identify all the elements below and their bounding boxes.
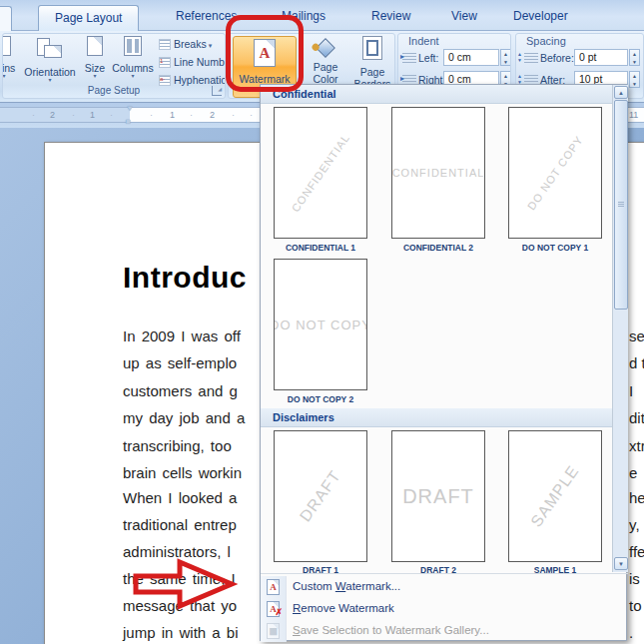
doc-line-fragment: to — [629, 597, 642, 614]
annotation-highlight-box — [226, 15, 304, 92]
doc-line-fragment: xtr — [629, 437, 644, 454]
indent-header: Indent — [408, 35, 439, 47]
margins-button[interactable]: rgins — [2, 36, 19, 84]
ruler-mark: 2 — [50, 110, 55, 120]
thumb-watermark-text: CONFIDENTIAL — [391, 108, 485, 238]
save-selection-icon: ▦ — [267, 623, 280, 639]
doc-line-fragment: d t — [629, 354, 644, 371]
indent-left-spinner[interactable]: ▲▼ — [500, 49, 511, 66]
gallery-scrollbar[interactable]: ▲ ▼ — [612, 85, 628, 572]
doc-line: When I looked a — [123, 489, 237, 506]
page-setup-dialog-launcher-icon[interactable] — [212, 86, 222, 96]
group-page-setup: rgins Orientation Size Columns Breaks 1L… — [2, 33, 226, 99]
watermark-thumb-draft-1[interactable]: DRAFT — [274, 430, 367, 562]
ruler-mark-right: 11 — [629, 110, 638, 120]
doc-line-fragment: y, — [629, 516, 640, 533]
doc-line-fragment: I — [629, 382, 633, 399]
line-numbers-button[interactable]: 1Line Numbers — [159, 56, 226, 71]
scroll-up-icon[interactable]: ▲ — [614, 86, 628, 99]
menu-item-remove-watermark[interactable]: A✗ Remove Watermark — [261, 598, 628, 620]
page-color-label-1: Page — [303, 61, 348, 73]
menu-item-custom-watermark[interactable]: A Custom Watermark... — [261, 576, 628, 598]
doc-line: customers and g — [123, 382, 238, 399]
thumb-watermark-text: DO NOT COPY — [274, 260, 367, 389]
ribbon-tab-bar: Page Layout References Mailings Review V… — [0, 0, 644, 31]
doc-line: In 2009 I was off — [123, 327, 241, 344]
columns-button[interactable]: Columns — [109, 36, 157, 84]
thumb-watermark-text: DRAFT — [391, 431, 485, 561]
scrollbar-thumb[interactable] — [614, 100, 628, 310]
orientation-button[interactable]: Orientation — [21, 36, 79, 84]
thumb-watermark-text: DO NOT COPY — [508, 107, 602, 239]
thumb-label: CONFIDENTIAL 1 — [274, 243, 367, 253]
gallery-section-disclaimers: Disclaimers — [261, 408, 612, 427]
thumb-watermark-text: DRAFT — [274, 430, 367, 562]
doc-line: jump in with a bi — [123, 624, 239, 641]
ruler-mark: 1 — [90, 110, 95, 120]
menu-separator — [261, 573, 628, 574]
watermark-thumb-confidential-2[interactable]: CONFIDENTIAL — [391, 107, 485, 239]
page-borders-label-1: Page — [348, 66, 395, 78]
tab-review[interactable]: Review — [371, 9, 410, 23]
indent-left-icon — [402, 53, 416, 63]
doc-line-fragment: ffe — [629, 543, 644, 560]
doc-line: transcribing, too — [123, 437, 232, 454]
gallery-section-confidential: Confidential — [261, 85, 612, 104]
thumb-watermark-text: SAMPLE — [508, 430, 602, 562]
indent-marker-icon[interactable] — [126, 107, 135, 124]
doc-line-fragment: e — [629, 464, 637, 481]
tab-view[interactable]: View — [451, 9, 477, 23]
size-button[interactable]: Size — [79, 36, 111, 84]
watermark-gallery-dropdown: Confidential CONFIDENTIAL CONFIDENTIAL D… — [260, 84, 627, 641]
tab-page-layout[interactable]: Page Layout — [38, 5, 139, 31]
page-setup-group-label: Page Setup — [3, 85, 225, 97]
breaks-icon — [159, 39, 171, 50]
spacing-header: Spacing — [526, 35, 566, 47]
tab-developer[interactable]: Developer — [513, 9, 568, 23]
orientation-label: Orientation — [21, 66, 79, 83]
doc-line-fragment: se — [629, 327, 644, 344]
columns-icon — [124, 36, 142, 56]
doc-line: up as self-emplo — [123, 354, 237, 371]
breaks-label: Breaks — [174, 38, 207, 50]
spacing-before-input[interactable]: 0 pt — [574, 49, 628, 66]
indent-left-input[interactable]: 0 cm — [443, 49, 499, 66]
orientation-icon — [35, 36, 65, 60]
watermark-thumb-do-not-copy-2[interactable]: DO NOT COPY — [274, 259, 367, 390]
page-borders-icon — [362, 36, 382, 60]
doc-line-fragment: dit — [629, 409, 644, 426]
annotation-arrow-icon — [110, 554, 240, 614]
margins-label: rgins — [2, 62, 19, 79]
line-numbers-label: Line Numbers — [174, 56, 226, 68]
thumb-label: DO NOT COPY 2 — [274, 394, 367, 404]
doc-line: my day job and a — [123, 409, 245, 426]
doc-line-fragment: he — [629, 489, 644, 506]
spacing-before-spinner[interactable]: ▲▼ — [629, 49, 640, 66]
scroll-down-icon[interactable]: ▼ — [614, 557, 628, 570]
indent-left-label: Left: — [418, 52, 438, 64]
doc-line: brain cells workin — [123, 464, 242, 481]
menu-item-save-selection: ▦ Save Selection to Watermark Gallery... — [261, 620, 628, 642]
doc-line: traditional entrep — [123, 516, 237, 533]
previous-tab-stub[interactable] — [0, 6, 12, 31]
remove-watermark-icon: A✗ — [267, 601, 280, 617]
doc-line-fragment: is — [629, 570, 640, 587]
thumb-watermark-text: CONFIDENTIAL — [274, 107, 367, 239]
thumb-label: DO NOT COPY 1 — [508, 243, 602, 253]
breaks-button[interactable]: Breaks — [159, 38, 212, 53]
watermark-thumb-draft-2[interactable]: DRAFT — [391, 430, 485, 562]
size-label: Size — [79, 62, 111, 79]
spacing-after-spinner[interactable]: ▲▼ — [629, 71, 640, 88]
watermark-thumb-confidential-1[interactable]: CONFIDENTIAL — [274, 107, 367, 239]
spacing-before-label: Before: — [540, 52, 574, 64]
watermark-thumb-sample-1[interactable]: SAMPLE — [508, 430, 602, 562]
margins-icon — [2, 36, 11, 56]
line-numbers-icon: 1 — [159, 57, 171, 68]
page-color-icon — [316, 38, 335, 58]
watermark-thumb-do-not-copy-1[interactable]: DO NOT COPY — [508, 107, 602, 239]
doc-line-fragment: . — [629, 624, 633, 641]
thumb-label: CONFIDENTIAL 2 — [391, 243, 485, 253]
document-heading: Introduc — [123, 261, 247, 295]
size-icon — [87, 36, 103, 56]
ruler-mark: 2 — [210, 110, 215, 120]
